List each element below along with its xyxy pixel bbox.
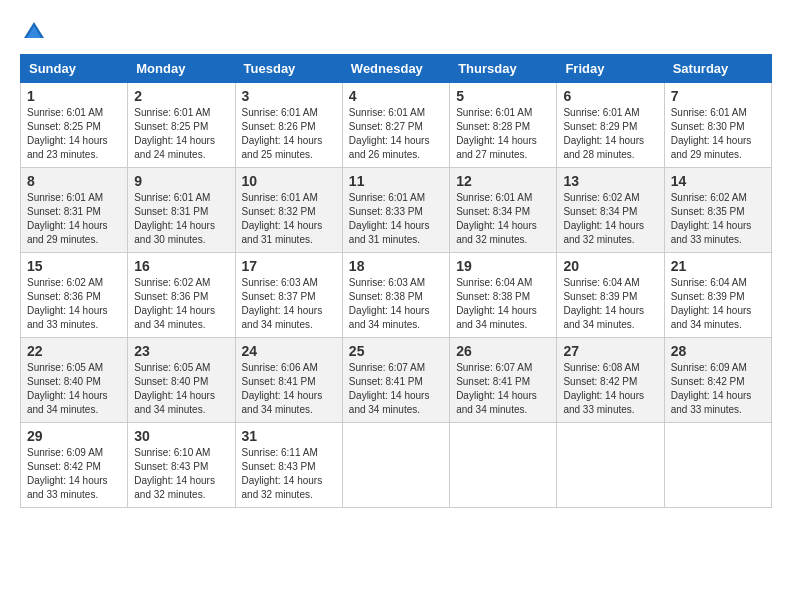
cell-content: Sunrise: 6:08 AMSunset: 8:42 PMDaylight:… bbox=[563, 361, 657, 417]
calendar-cell bbox=[342, 423, 449, 508]
calendar-week-2: 8Sunrise: 6:01 AMSunset: 8:31 PMDaylight… bbox=[21, 168, 772, 253]
calendar-header-friday: Friday bbox=[557, 55, 664, 83]
calendar-week-5: 29Sunrise: 6:09 AMSunset: 8:42 PMDayligh… bbox=[21, 423, 772, 508]
calendar-cell: 10Sunrise: 6:01 AMSunset: 8:32 PMDayligh… bbox=[235, 168, 342, 253]
cell-content: Sunrise: 6:10 AMSunset: 8:43 PMDaylight:… bbox=[134, 446, 228, 502]
logo bbox=[20, 20, 46, 44]
calendar-header-saturday: Saturday bbox=[664, 55, 771, 83]
day-number: 6 bbox=[563, 88, 657, 104]
cell-content: Sunrise: 6:01 AMSunset: 8:32 PMDaylight:… bbox=[242, 191, 336, 247]
calendar-cell: 9Sunrise: 6:01 AMSunset: 8:31 PMDaylight… bbox=[128, 168, 235, 253]
calendar-cell: 4Sunrise: 6:01 AMSunset: 8:27 PMDaylight… bbox=[342, 83, 449, 168]
day-number: 26 bbox=[456, 343, 550, 359]
calendar-cell: 26Sunrise: 6:07 AMSunset: 8:41 PMDayligh… bbox=[450, 338, 557, 423]
cell-content: Sunrise: 6:01 AMSunset: 8:31 PMDaylight:… bbox=[134, 191, 228, 247]
cell-content: Sunrise: 6:02 AMSunset: 8:36 PMDaylight:… bbox=[134, 276, 228, 332]
cell-content: Sunrise: 6:02 AMSunset: 8:34 PMDaylight:… bbox=[563, 191, 657, 247]
cell-content: Sunrise: 6:04 AMSunset: 8:38 PMDaylight:… bbox=[456, 276, 550, 332]
calendar-week-3: 15Sunrise: 6:02 AMSunset: 8:36 PMDayligh… bbox=[21, 253, 772, 338]
calendar-header-row: SundayMondayTuesdayWednesdayThursdayFrid… bbox=[21, 55, 772, 83]
cell-content: Sunrise: 6:03 AMSunset: 8:38 PMDaylight:… bbox=[349, 276, 443, 332]
day-number: 9 bbox=[134, 173, 228, 189]
calendar-cell: 30Sunrise: 6:10 AMSunset: 8:43 PMDayligh… bbox=[128, 423, 235, 508]
day-number: 16 bbox=[134, 258, 228, 274]
calendar-cell: 23Sunrise: 6:05 AMSunset: 8:40 PMDayligh… bbox=[128, 338, 235, 423]
cell-content: Sunrise: 6:01 AMSunset: 8:28 PMDaylight:… bbox=[456, 106, 550, 162]
cell-content: Sunrise: 6:09 AMSunset: 8:42 PMDaylight:… bbox=[27, 446, 121, 502]
day-number: 23 bbox=[134, 343, 228, 359]
calendar-header-sunday: Sunday bbox=[21, 55, 128, 83]
cell-content: Sunrise: 6:07 AMSunset: 8:41 PMDaylight:… bbox=[349, 361, 443, 417]
cell-content: Sunrise: 6:02 AMSunset: 8:35 PMDaylight:… bbox=[671, 191, 765, 247]
day-number: 27 bbox=[563, 343, 657, 359]
day-number: 8 bbox=[27, 173, 121, 189]
day-number: 24 bbox=[242, 343, 336, 359]
calendar-header-monday: Monday bbox=[128, 55, 235, 83]
calendar-cell: 8Sunrise: 6:01 AMSunset: 8:31 PMDaylight… bbox=[21, 168, 128, 253]
cell-content: Sunrise: 6:01 AMSunset: 8:25 PMDaylight:… bbox=[27, 106, 121, 162]
cell-content: Sunrise: 6:11 AMSunset: 8:43 PMDaylight:… bbox=[242, 446, 336, 502]
calendar-cell: 16Sunrise: 6:02 AMSunset: 8:36 PMDayligh… bbox=[128, 253, 235, 338]
calendar-cell bbox=[450, 423, 557, 508]
cell-content: Sunrise: 6:06 AMSunset: 8:41 PMDaylight:… bbox=[242, 361, 336, 417]
day-number: 7 bbox=[671, 88, 765, 104]
day-number: 18 bbox=[349, 258, 443, 274]
day-number: 31 bbox=[242, 428, 336, 444]
calendar-cell: 6Sunrise: 6:01 AMSunset: 8:29 PMDaylight… bbox=[557, 83, 664, 168]
day-number: 3 bbox=[242, 88, 336, 104]
cell-content: Sunrise: 6:01 AMSunset: 8:30 PMDaylight:… bbox=[671, 106, 765, 162]
day-number: 29 bbox=[27, 428, 121, 444]
calendar-cell: 21Sunrise: 6:04 AMSunset: 8:39 PMDayligh… bbox=[664, 253, 771, 338]
calendar-cell: 1Sunrise: 6:01 AMSunset: 8:25 PMDaylight… bbox=[21, 83, 128, 168]
calendar-table: SundayMondayTuesdayWednesdayThursdayFrid… bbox=[20, 54, 772, 508]
calendar-cell: 22Sunrise: 6:05 AMSunset: 8:40 PMDayligh… bbox=[21, 338, 128, 423]
day-number: 20 bbox=[563, 258, 657, 274]
cell-content: Sunrise: 6:01 AMSunset: 8:27 PMDaylight:… bbox=[349, 106, 443, 162]
day-number: 19 bbox=[456, 258, 550, 274]
calendar-week-4: 22Sunrise: 6:05 AMSunset: 8:40 PMDayligh… bbox=[21, 338, 772, 423]
calendar-header-thursday: Thursday bbox=[450, 55, 557, 83]
calendar-cell: 29Sunrise: 6:09 AMSunset: 8:42 PMDayligh… bbox=[21, 423, 128, 508]
day-number: 11 bbox=[349, 173, 443, 189]
calendar-header-wednesday: Wednesday bbox=[342, 55, 449, 83]
day-number: 21 bbox=[671, 258, 765, 274]
day-number: 10 bbox=[242, 173, 336, 189]
day-number: 2 bbox=[134, 88, 228, 104]
calendar-cell bbox=[557, 423, 664, 508]
calendar-cell: 7Sunrise: 6:01 AMSunset: 8:30 PMDaylight… bbox=[664, 83, 771, 168]
day-number: 14 bbox=[671, 173, 765, 189]
calendar-week-1: 1Sunrise: 6:01 AMSunset: 8:25 PMDaylight… bbox=[21, 83, 772, 168]
day-number: 4 bbox=[349, 88, 443, 104]
cell-content: Sunrise: 6:02 AMSunset: 8:36 PMDaylight:… bbox=[27, 276, 121, 332]
day-number: 13 bbox=[563, 173, 657, 189]
cell-content: Sunrise: 6:05 AMSunset: 8:40 PMDaylight:… bbox=[27, 361, 121, 417]
cell-content: Sunrise: 6:09 AMSunset: 8:42 PMDaylight:… bbox=[671, 361, 765, 417]
calendar-header-tuesday: Tuesday bbox=[235, 55, 342, 83]
calendar-cell: 12Sunrise: 6:01 AMSunset: 8:34 PMDayligh… bbox=[450, 168, 557, 253]
calendar-cell: 13Sunrise: 6:02 AMSunset: 8:34 PMDayligh… bbox=[557, 168, 664, 253]
day-number: 5 bbox=[456, 88, 550, 104]
cell-content: Sunrise: 6:01 AMSunset: 8:31 PMDaylight:… bbox=[27, 191, 121, 247]
calendar-cell: 11Sunrise: 6:01 AMSunset: 8:33 PMDayligh… bbox=[342, 168, 449, 253]
day-number: 28 bbox=[671, 343, 765, 359]
calendar-cell: 19Sunrise: 6:04 AMSunset: 8:38 PMDayligh… bbox=[450, 253, 557, 338]
cell-content: Sunrise: 6:05 AMSunset: 8:40 PMDaylight:… bbox=[134, 361, 228, 417]
cell-content: Sunrise: 6:01 AMSunset: 8:34 PMDaylight:… bbox=[456, 191, 550, 247]
calendar-cell: 28Sunrise: 6:09 AMSunset: 8:42 PMDayligh… bbox=[664, 338, 771, 423]
cell-content: Sunrise: 6:01 AMSunset: 8:29 PMDaylight:… bbox=[563, 106, 657, 162]
cell-content: Sunrise: 6:01 AMSunset: 8:33 PMDaylight:… bbox=[349, 191, 443, 247]
calendar-cell: 3Sunrise: 6:01 AMSunset: 8:26 PMDaylight… bbox=[235, 83, 342, 168]
calendar-cell: 31Sunrise: 6:11 AMSunset: 8:43 PMDayligh… bbox=[235, 423, 342, 508]
calendar-cell: 2Sunrise: 6:01 AMSunset: 8:25 PMDaylight… bbox=[128, 83, 235, 168]
calendar-cell: 20Sunrise: 6:04 AMSunset: 8:39 PMDayligh… bbox=[557, 253, 664, 338]
day-number: 22 bbox=[27, 343, 121, 359]
cell-content: Sunrise: 6:03 AMSunset: 8:37 PMDaylight:… bbox=[242, 276, 336, 332]
page-header bbox=[20, 20, 772, 44]
day-number: 25 bbox=[349, 343, 443, 359]
calendar-cell: 27Sunrise: 6:08 AMSunset: 8:42 PMDayligh… bbox=[557, 338, 664, 423]
cell-content: Sunrise: 6:01 AMSunset: 8:25 PMDaylight:… bbox=[134, 106, 228, 162]
calendar-cell: 17Sunrise: 6:03 AMSunset: 8:37 PMDayligh… bbox=[235, 253, 342, 338]
cell-content: Sunrise: 6:01 AMSunset: 8:26 PMDaylight:… bbox=[242, 106, 336, 162]
calendar-cell: 25Sunrise: 6:07 AMSunset: 8:41 PMDayligh… bbox=[342, 338, 449, 423]
calendar-cell: 5Sunrise: 6:01 AMSunset: 8:28 PMDaylight… bbox=[450, 83, 557, 168]
